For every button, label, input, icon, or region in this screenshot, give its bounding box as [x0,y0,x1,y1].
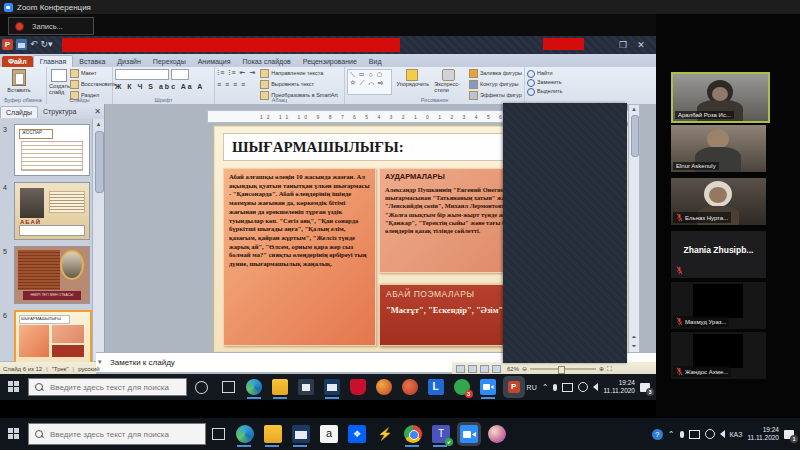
amazon-icon[interactable]: a [320,425,338,443]
help-tray-icon[interactable]: ? [652,429,663,440]
tab-home[interactable]: Главная [33,55,74,67]
slide-thumbnail-4[interactable]: АБАЙ [14,182,90,240]
slide-left-textblock[interactable]: Абай алғашқы өлеңін 10 жасында жазған. А… [223,168,376,346]
teams-icon[interactable]: T✓ [432,425,450,443]
mail-icon-outer[interactable] [292,425,310,443]
tray-network-icon[interactable] [578,382,588,392]
chrome-icon[interactable] [404,425,422,443]
zoom-in-icon[interactable]: ⊕ [599,365,604,372]
lightning-app-icon[interactable]: ⚡ [376,425,394,443]
office-icon[interactable] [376,379,392,395]
zoom-percent[interactable]: 62% [507,366,519,372]
font-format-buttons[interactable]: Ж К Ч S abc Aa A [115,83,212,90]
select-button[interactable]: Выделить [527,88,585,96]
taskbar-search-outer[interactable] [28,423,206,445]
zoom-out-icon[interactable]: ⊖ [522,365,527,372]
paste-button[interactable]: Вставить [2,69,36,93]
slide-title[interactable]: ШЫҒАРМАШЫЛЫҒЫ: [223,133,533,161]
language-indicator[interactable]: RU [527,384,537,391]
edge-icon-outer[interactable] [236,425,254,443]
cortana-icon[interactable] [195,381,208,394]
restore-window-button[interactable]: ❐ [614,38,632,52]
shape-outline-button[interactable]: Контур фигуры [469,80,522,89]
save-icon[interactable] [16,39,27,50]
participant-video-5[interactable]: Махмуд Ураз... [671,282,766,329]
participant-video-6[interactable]: Жандос Ахме... [671,332,766,379]
shape-fill-button[interactable]: Заливка фигуры [469,69,522,78]
tray-display-icon[interactable] [562,383,573,392]
zoom-slider[interactable] [530,368,596,370]
tab-view[interactable]: Вид [363,56,388,67]
tray-display-icon-outer[interactable] [689,430,700,439]
tray-chevron-icon[interactable]: ⌃ [542,383,549,392]
file-explorer-icon[interactable] [272,379,288,395]
search-input-outer[interactable] [48,429,199,440]
tab-slides-panel[interactable]: Слайды [0,106,38,118]
participant-video-4[interactable]: Zhania Zhusipb... [671,231,766,278]
start-button-outer[interactable] [8,428,20,440]
zoom-icon-outer-active[interactable] [460,425,478,443]
close-window-button[interactable]: ✕ [632,38,650,52]
panel-scroll-thumb[interactable] [95,131,104,193]
participant-video-2[interactable]: Elnur Askenuly [671,125,766,172]
slide-thumbnail-3[interactable]: ЖОСПАР [14,124,90,176]
tray-chevron-icon-outer[interactable]: ⌃ [668,430,675,439]
list-buttons[interactable]: ⁝≡ ⁝≡ ⇤ ⇥ [217,69,256,77]
shapes-gallery[interactable]: ⟍ ▭ ○ ⬠ ☆ ⟋ ⌒ ⇨ [347,69,392,95]
tray-mic-icon-outer[interactable] [680,431,684,438]
notification-center-icon-outer[interactable]: 1 [784,430,794,439]
tray-speaker-icon[interactable] [593,383,598,391]
reset-button[interactable]: Восстановить [70,80,116,89]
find-button[interactable]: Найти [527,70,585,78]
tab-design[interactable]: Дизайн [111,56,147,67]
record-button[interactable]: Запись... [8,17,94,35]
store-icon[interactable] [298,379,314,395]
arrange-button[interactable]: Упорядочить [397,69,430,95]
slide-thumbnail-6-selected[interactable]: ШЫҒАРМАШЫЛЫҒЫ [14,310,92,364]
reading-view-icon[interactable] [480,365,489,373]
slide-sorter-view-icon[interactable] [468,365,477,373]
tray-clock[interactable]: 19:24 11.11.2020 [603,379,635,395]
antivirus-shield-icon[interactable] [350,379,366,395]
zoom-app-icon-taskbar[interactable] [480,379,496,395]
tab-outline-panel[interactable]: Структура [38,106,81,117]
tab-review[interactable]: Рецензирование [297,56,363,67]
replace-button[interactable]: Заменить [527,79,585,87]
task-view-icon[interactable] [222,381,235,393]
search-input[interactable] [48,382,180,393]
font-name-select[interactable] [115,69,169,80]
redo-icon[interactable]: ↻▾ [41,39,53,50]
quick-styles-button[interactable]: Экспресс-стили [434,69,464,95]
tray-mic-icon[interactable] [553,384,557,391]
start-button[interactable] [8,381,20,393]
proofing-language[interactable]: русский [78,366,100,372]
zoom-slider-knob[interactable] [558,366,565,374]
tab-animations[interactable]: Анимация [192,56,237,67]
editor-scroll-thumb[interactable] [631,115,639,157]
participant-video-1[interactable]: Аралбай Роза Ис... [671,72,770,123]
previous-slide-icon[interactable]: ⏶ [629,333,639,342]
slide-thumbnail-5[interactable]: ӨМІРІ ТЕГІ МЕН ОТБАСЫ [14,246,90,304]
next-slide-icon[interactable]: ⏷ [629,342,639,351]
l-app-icon[interactable]: L [428,379,444,395]
dropbox-icon[interactable]: ❖ [348,425,366,443]
normal-view-icon[interactable] [456,365,465,373]
file-explorer-icon-outer[interactable] [264,425,282,443]
close-panel-icon[interactable]: ✕ [94,107,101,116]
participant-video-3[interactable]: Ельназ Нурта... [671,178,766,225]
task-view-icon-outer[interactable] [212,428,225,440]
editor-scrollbar[interactable]: ▲ ⏶ ⏷ ▼ [628,104,640,361]
scroll-up-icon[interactable]: ▲ [93,119,104,129]
undo-icon[interactable]: ↶ [30,39,38,50]
tab-insert[interactable]: Вставка [73,56,111,67]
fit-to-window-icon[interactable]: ⛶ [607,365,612,373]
tab-slideshow[interactable]: Показ слайдов [237,56,297,67]
language-indicator-outer[interactable]: КАЗ [730,431,743,438]
new-slide-button[interactable]: Создать слайд [49,69,70,95]
layout-button[interactable]: Макет [70,69,116,78]
panel-scrollbar[interactable]: ▲ ▼ [92,119,104,361]
tab-file[interactable]: Файл [2,56,33,67]
tray-clock-outer[interactable]: 19:24 11.11.2020 [747,426,779,442]
tray-speaker-icon-outer[interactable] [720,430,725,438]
paint-icon[interactable] [488,425,506,443]
